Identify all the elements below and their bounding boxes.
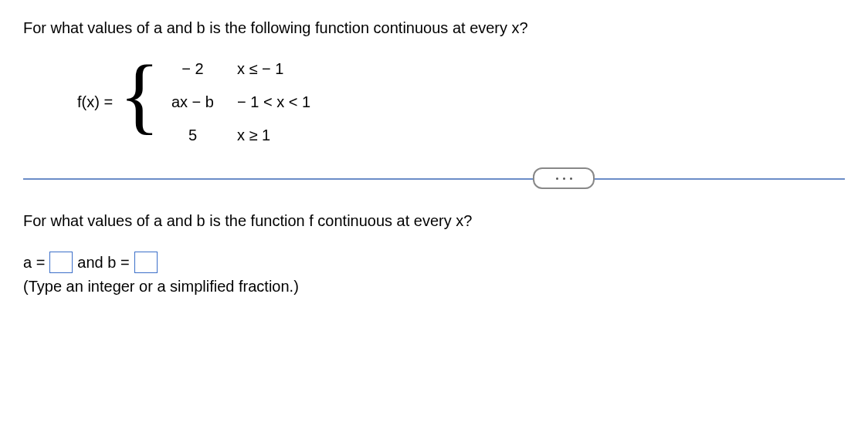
cases-grid: − 2 x ≤ − 1 ax − b − 1 < x < 1 5 x ≥ 1: [171, 60, 310, 144]
and-b-label: and b =: [77, 254, 129, 272]
case-value: ax − b: [171, 93, 214, 111]
b-input[interactable]: [134, 252, 158, 273]
dot-icon: [563, 177, 565, 180]
dot-icon: [570, 177, 572, 180]
left-brace-icon: {: [119, 68, 160, 122]
hint-text: (Type an integer or a simplified fractio…: [23, 278, 845, 296]
case-value: 5: [171, 127, 214, 144]
expand-button[interactable]: [533, 167, 595, 189]
case-condition: x ≥ 1: [237, 127, 310, 144]
followup-text: For what values of a and b is the functi…: [23, 212, 845, 230]
divider-line: [23, 178, 845, 180]
piecewise-function: f(x) = { − 2 x ≤ − 1 ax − b − 1 < x < 1 …: [77, 60, 845, 144]
divider-row: [23, 167, 845, 189]
question-text: For what values of a and b is the follow…: [23, 19, 845, 37]
case-condition: − 1 < x < 1: [237, 93, 310, 111]
brace-wrap: { − 2 x ≤ − 1 ax − b − 1 < x < 1 5 x ≥ 1: [119, 60, 310, 144]
dot-icon: [556, 177, 558, 180]
a-label: a =: [23, 254, 45, 272]
a-input[interactable]: [49, 252, 73, 273]
case-value: − 2: [171, 60, 214, 78]
function-label: f(x) =: [77, 93, 113, 111]
answer-line: a = and b =: [23, 252, 845, 273]
case-condition: x ≤ − 1: [237, 60, 310, 78]
